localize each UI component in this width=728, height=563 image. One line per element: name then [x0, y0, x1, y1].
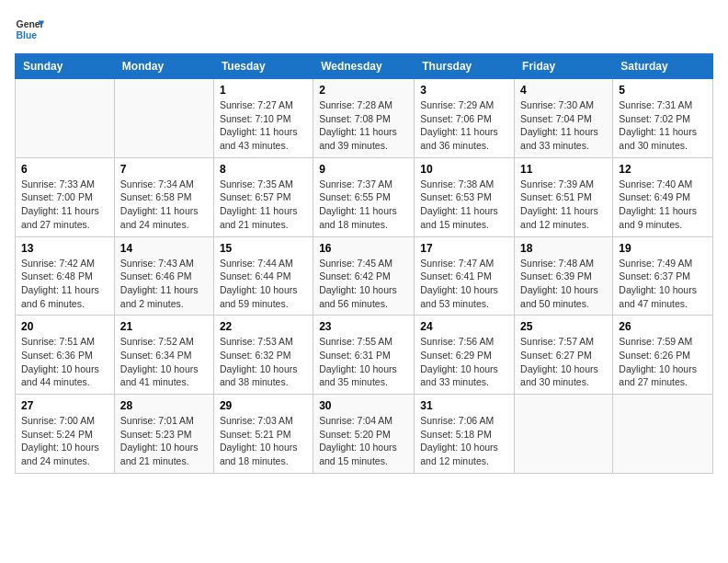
calendar-cell: 28 Sunrise: 7:01 AM Sunset: 5:23 PM Dayl… — [114, 395, 213, 474]
sunrise-text: Sunrise: 7:28 AM — [319, 99, 392, 110]
sunset-text: Sunset: 5:18 PM — [420, 429, 492, 440]
sunset-text: Sunset: 5:24 PM — [21, 429, 93, 440]
day-info: Sunrise: 7:45 AM Sunset: 6:42 PM Dayligh… — [319, 257, 408, 311]
weekday-header-wednesday: Wednesday — [313, 54, 415, 79]
calendar-cell: 13 Sunrise: 7:42 AM Sunset: 6:48 PM Dayl… — [16, 236, 115, 316]
day-info: Sunrise: 7:33 AM Sunset: 7:00 PM Dayligh… — [21, 178, 108, 232]
calendar-cell: 23 Sunrise: 7:55 AM Sunset: 6:31 PM Dayl… — [313, 316, 415, 395]
daylight-text: Daylight: 10 hours and 38 minutes. — [220, 363, 298, 388]
sunset-text: Sunset: 6:26 PM — [619, 350, 690, 361]
sunrise-text: Sunrise: 7:39 AM — [520, 178, 594, 190]
sunrise-text: Sunrise: 7:29 AM — [420, 99, 494, 110]
sunset-text: Sunset: 7:04 PM — [520, 113, 592, 124]
day-info: Sunrise: 7:44 AM Sunset: 6:44 PM Dayligh… — [220, 257, 307, 311]
sunset-text: Sunset: 6:49 PM — [619, 191, 690, 202]
calendar-cell: 21 Sunrise: 7:52 AM Sunset: 6:34 PM Dayl… — [114, 316, 213, 395]
calendar-cell: 10 Sunrise: 7:38 AM Sunset: 6:53 PM Dayl… — [415, 157, 515, 236]
sunrise-text: Sunrise: 7:52 AM — [120, 336, 194, 347]
day-number: 5 — [619, 84, 707, 97]
calendar-cell — [515, 395, 613, 474]
sunrise-text: Sunrise: 7:00 AM — [21, 415, 95, 426]
sunset-text: Sunset: 5:20 PM — [319, 429, 391, 440]
sunrise-text: Sunrise: 7:48 AM — [520, 258, 594, 269]
day-number: 14 — [120, 242, 208, 255]
day-number: 15 — [220, 242, 307, 255]
logo-icon: General Blue — [15, 15, 44, 44]
calendar-cell — [114, 79, 213, 158]
day-number: 25 — [520, 320, 607, 333]
sunrise-text: Sunrise: 7:27 AM — [220, 99, 293, 110]
calendar-cell: 17 Sunrise: 7:47 AM Sunset: 6:41 PM Dayl… — [415, 236, 515, 316]
calendar-cell: 2 Sunrise: 7:28 AM Sunset: 7:08 PM Dayli… — [313, 79, 415, 158]
day-info: Sunrise: 7:42 AM Sunset: 6:48 PM Dayligh… — [21, 257, 108, 311]
day-number: 7 — [120, 163, 208, 176]
day-number: 18 — [520, 242, 607, 255]
day-number: 12 — [619, 163, 707, 176]
day-info: Sunrise: 7:39 AM Sunset: 6:51 PM Dayligh… — [520, 178, 607, 232]
day-info: Sunrise: 7:03 AM Sunset: 5:21 PM Dayligh… — [220, 414, 307, 468]
calendar-cell: 8 Sunrise: 7:35 AM Sunset: 6:57 PM Dayli… — [213, 157, 313, 236]
sunrise-text: Sunrise: 7:37 AM — [319, 178, 392, 190]
calendar-table: SundayMondayTuesdayWednesdayThursdayFrid… — [15, 53, 713, 474]
sunset-text: Sunset: 7:08 PM — [319, 113, 391, 124]
day-number: 22 — [220, 320, 307, 333]
sunset-text: Sunset: 6:37 PM — [619, 270, 690, 282]
weekday-header-saturday: Saturday — [613, 54, 713, 79]
day-number: 3 — [420, 84, 508, 97]
daylight-text: Daylight: 11 hours and 18 minutes. — [319, 205, 397, 230]
day-number: 17 — [420, 242, 508, 255]
sunset-text: Sunset: 6:55 PM — [319, 191, 391, 202]
sunset-text: Sunset: 7:02 PM — [619, 113, 690, 124]
daylight-text: Daylight: 11 hours and 43 minutes. — [220, 126, 298, 151]
calendar-cell: 31 Sunrise: 7:06 AM Sunset: 5:18 PM Dayl… — [415, 395, 515, 474]
daylight-text: Daylight: 10 hours and 35 minutes. — [319, 363, 397, 388]
sunset-text: Sunset: 6:36 PM — [21, 350, 93, 361]
weekday-header-monday: Monday — [114, 54, 213, 79]
calendar-week-4: 20 Sunrise: 7:51 AM Sunset: 6:36 PM Dayl… — [16, 316, 713, 395]
day-number: 9 — [319, 163, 408, 176]
calendar-cell: 29 Sunrise: 7:03 AM Sunset: 5:21 PM Dayl… — [213, 395, 313, 474]
weekday-header-thursday: Thursday — [415, 54, 515, 79]
calendar-header-row: SundayMondayTuesdayWednesdayThursdayFrid… — [16, 54, 713, 79]
sunset-text: Sunset: 6:53 PM — [420, 191, 492, 202]
calendar-cell: 18 Sunrise: 7:48 AM Sunset: 6:39 PM Dayl… — [515, 236, 613, 316]
sunrise-text: Sunrise: 7:34 AM — [120, 178, 194, 190]
day-number: 28 — [120, 399, 208, 412]
day-number: 19 — [619, 242, 707, 255]
daylight-text: Daylight: 11 hours and 21 minutes. — [220, 205, 298, 230]
weekday-header-tuesday: Tuesday — [213, 54, 313, 79]
daylight-text: Daylight: 10 hours and 56 minutes. — [319, 284, 397, 309]
day-number: 31 — [420, 399, 508, 412]
sunset-text: Sunset: 6:44 PM — [220, 270, 291, 282]
calendar-cell: 11 Sunrise: 7:39 AM Sunset: 6:51 PM Dayl… — [515, 157, 613, 236]
calendar-cell: 9 Sunrise: 7:37 AM Sunset: 6:55 PM Dayli… — [313, 157, 415, 236]
day-info: Sunrise: 7:47 AM Sunset: 6:41 PM Dayligh… — [420, 257, 508, 311]
day-info: Sunrise: 7:43 AM Sunset: 6:46 PM Dayligh… — [120, 257, 208, 311]
calendar-week-2: 6 Sunrise: 7:33 AM Sunset: 7:00 PM Dayli… — [16, 157, 713, 236]
day-info: Sunrise: 7:57 AM Sunset: 6:27 PM Dayligh… — [520, 335, 607, 389]
day-info: Sunrise: 7:35 AM Sunset: 6:57 PM Dayligh… — [220, 178, 307, 232]
sunrise-text: Sunrise: 7:51 AM — [21, 336, 95, 347]
day-number: 29 — [220, 399, 307, 412]
sunset-text: Sunset: 6:58 PM — [120, 191, 192, 202]
daylight-text: Daylight: 10 hours and 24 minutes. — [21, 442, 99, 466]
day-number: 16 — [319, 242, 408, 255]
calendar-cell: 30 Sunrise: 7:04 AM Sunset: 5:20 PM Dayl… — [313, 395, 415, 474]
day-number: 30 — [319, 399, 408, 412]
day-info: Sunrise: 7:56 AM Sunset: 6:29 PM Dayligh… — [420, 335, 508, 389]
calendar-cell: 27 Sunrise: 7:00 AM Sunset: 5:24 PM Dayl… — [16, 395, 115, 474]
day-number: 20 — [21, 320, 108, 333]
daylight-text: Daylight: 11 hours and 12 minutes. — [520, 205, 598, 230]
calendar-week-1: 1 Sunrise: 7:27 AM Sunset: 7:10 PM Dayli… — [16, 79, 713, 158]
calendar-cell: 3 Sunrise: 7:29 AM Sunset: 7:06 PM Dayli… — [415, 79, 515, 158]
calendar-cell: 22 Sunrise: 7:53 AM Sunset: 6:32 PM Dayl… — [213, 316, 313, 395]
day-info: Sunrise: 7:28 AM Sunset: 7:08 PM Dayligh… — [319, 98, 408, 153]
sunrise-text: Sunrise: 7:55 AM — [319, 336, 392, 347]
sunrise-text: Sunrise: 7:35 AM — [220, 178, 293, 190]
daylight-text: Daylight: 11 hours and 15 minutes. — [420, 205, 498, 230]
sunrise-text: Sunrise: 7:56 AM — [420, 336, 494, 347]
calendar-cell: 24 Sunrise: 7:56 AM Sunset: 6:29 PM Dayl… — [415, 316, 515, 395]
day-info: Sunrise: 7:34 AM Sunset: 6:58 PM Dayligh… — [120, 178, 208, 232]
sunset-text: Sunset: 6:46 PM — [120, 270, 192, 282]
calendar-week-5: 27 Sunrise: 7:00 AM Sunset: 5:24 PM Dayl… — [16, 395, 713, 474]
